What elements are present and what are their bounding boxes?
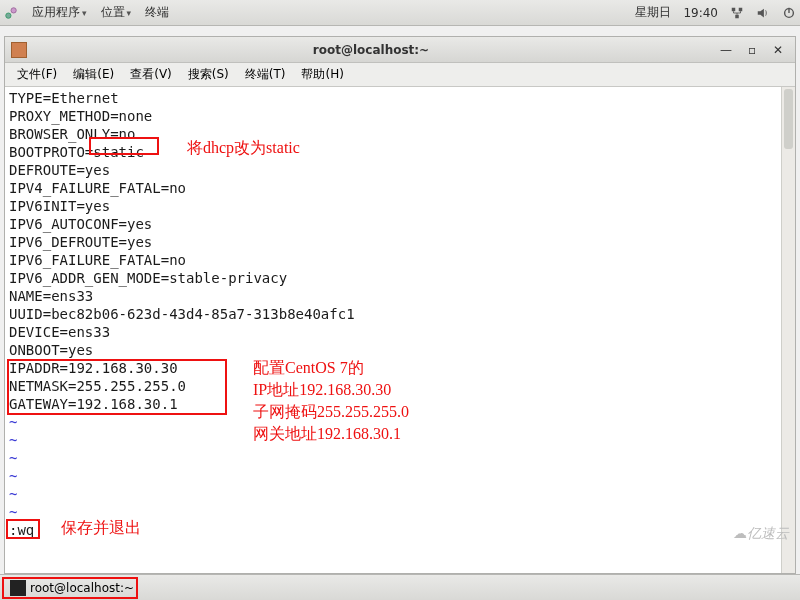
menu-file[interactable]: 文件(F) [11, 64, 63, 85]
watermark: ☁亿速云 [733, 525, 789, 543]
terminal-text[interactable]: TYPE=Ethernet PROXY_METHOD=none BROWSER_… [5, 87, 795, 541]
power-icon[interactable] [782, 6, 796, 20]
window-maximize-button[interactable]: ▫ [745, 43, 759, 57]
window-app-icon [11, 42, 27, 58]
terminal-scrollbar[interactable] [781, 87, 795, 573]
terminal-viewport[interactable]: TYPE=Ethernet PROXY_METHOD=none BROWSER_… [5, 87, 795, 573]
window-close-button[interactable]: ✕ [771, 43, 785, 57]
clock-day: 星期日 [635, 4, 671, 21]
terminal-menubar: 文件(F) 编辑(E) 查看(V) 搜索(S) 终端(T) 帮助(H) [5, 63, 795, 87]
window-minimize-button[interactable]: — [719, 43, 733, 57]
volume-icon[interactable] [756, 6, 770, 20]
gnome-taskbar: root@localhost:~ [0, 574, 800, 600]
window-title: root@localhost:~ [33, 43, 709, 57]
annotation-box-wq [6, 519, 40, 539]
activities-icon [4, 6, 18, 20]
network-icon[interactable] [730, 6, 744, 20]
menu-terminal[interactable]: 终端(T) [239, 64, 292, 85]
annotation-text-3: 保存并退出 [61, 517, 141, 539]
terminal-window: root@localhost:~ — ▫ ✕ 文件(F) 编辑(E) 查看(V)… [4, 36, 796, 574]
annotation-box-static [89, 137, 159, 155]
scrollbar-thumb[interactable] [784, 89, 793, 149]
taskbar-entry-label: root@localhost:~ [30, 581, 134, 595]
svg-point-0 [6, 13, 11, 18]
annotation-text-1: 将dhcp改为static [187, 137, 300, 159]
menu-applications[interactable]: 应用程序▾ [32, 4, 87, 21]
svg-rect-2 [732, 7, 736, 11]
svg-rect-4 [735, 14, 739, 18]
menu-edit[interactable]: 编辑(E) [67, 64, 120, 85]
taskbar-entry-terminal[interactable]: root@localhost:~ [2, 577, 138, 599]
menu-view[interactable]: 查看(V) [124, 64, 178, 85]
annotation-text-2: 配置CentOS 7的 IP地址192.168.30.30 子网掩码255.25… [253, 357, 409, 445]
svg-rect-3 [739, 7, 743, 11]
terminal-task-icon [10, 580, 26, 596]
menu-search[interactable]: 搜索(S) [182, 64, 235, 85]
annotation-box-ipconfig [7, 359, 227, 415]
window-titlebar[interactable]: root@localhost:~ — ▫ ✕ [5, 37, 795, 63]
svg-point-1 [11, 7, 16, 12]
menu-terminal-shortcut[interactable]: 终端 [145, 4, 169, 21]
clock-time: 19:40 [683, 6, 718, 20]
menu-places[interactable]: 位置▾ [101, 4, 132, 21]
menu-help[interactable]: 帮助(H) [295, 64, 349, 85]
gnome-top-bar: 应用程序▾ 位置▾ 终端 星期日 19:40 [0, 0, 800, 26]
